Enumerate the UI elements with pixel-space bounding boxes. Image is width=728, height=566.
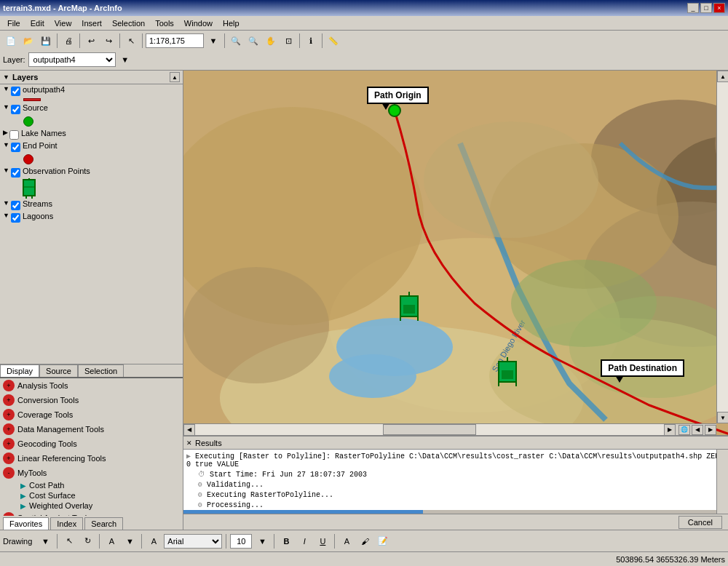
menu-view[interactable]: View [50,17,76,29]
tab-index[interactable]: Index [50,517,83,530]
undo-button[interactable]: ↩ [83,33,99,49]
vscroll-up[interactable]: ▲ [717,71,728,82]
tab-search[interactable]: Search [84,517,123,530]
italic-btn[interactable]: I [296,533,312,549]
layers-expand-icon[interactable]: ▼ [3,73,9,81]
checkbox-streams[interactable] [11,201,20,210]
svg-point-37 [389,105,400,116]
full-extent[interactable]: ⊡ [280,33,296,49]
scale-dropdown[interactable]: ▼ [205,33,221,49]
new-button[interactable]: 📄 [3,33,19,49]
menu-tools[interactable]: Tools [151,17,178,29]
identify-tool[interactable]: ℹ [303,33,319,49]
maximize-button[interactable]: □ [700,3,712,13]
checkbox-lagoons[interactable] [11,213,20,223]
layer-panel-tabs: Display Source Selection [0,364,183,377]
hscroll-right[interactable]: ▶ [664,424,676,436]
zoom-out[interactable]: 🔍 [245,33,261,49]
bottom-tabs: Favorites Index Search [0,516,183,530]
toolbox-item-weightedoverlay[interactable]: ▶ Weighted Overlay [17,501,183,511]
measure-tool[interactable]: 📏 [325,33,341,49]
highlight-btn[interactable]: 🖌 [357,533,373,549]
toolbox-item-analysis[interactable]: + Analysis Tools [0,378,183,393]
menu-file[interactable]: File [3,17,25,29]
map-container[interactable]: San Diego River [183,71,728,435]
scale-input[interactable] [146,33,204,48]
console-text-3: Validating... [207,481,264,489]
expand-obspoints[interactable]: ▼ [3,167,9,174]
tab-display[interactable]: Display [0,364,39,377]
expand-endpoint[interactable]: ▼ [3,141,9,148]
minimize-button[interactable]: _ [687,3,699,13]
toolbox-item-geocoding[interactable]: + Geocoding Tools [0,437,183,451]
layer-select[interactable]: outputpath4 [28,52,116,67]
pointer-tool[interactable]: ↖ [123,33,139,49]
font-size-dropdown[interactable]: ▼ [254,533,270,549]
menu-help[interactable]: Help [218,17,244,29]
expand-streams[interactable]: ▼ [3,199,9,207]
menu-edit[interactable]: Edit [26,17,49,29]
toolbox-item-datamanagement[interactable]: + Data Management Tools [0,422,183,437]
layer-dropdown-btn[interactable]: ▼ [117,52,133,68]
redo-button[interactable]: ↪ [100,33,116,49]
expand-outputpath4[interactable]: ▼ [3,85,9,92]
pan-tool[interactable]: ✋ [263,33,279,49]
toolbox-item-conversion[interactable]: + Conversion Tools [0,393,183,407]
font-select[interactable]: Arial [164,534,222,549]
vscroll-down[interactable]: ▼ [717,412,728,423]
open-button[interactable]: 📂 [20,33,36,49]
menu-selection[interactable]: Selection [108,17,149,29]
menu-insert[interactable]: Insert [77,17,106,29]
bold-btn[interactable]: B [278,533,294,549]
font-size-input[interactable] [230,534,252,549]
toolbox-item-costpath[interactable]: ▶ Cost Path [17,480,183,490]
toolbox-item-coverage[interactable]: + Coverage Tools [0,407,183,422]
text-color-btn[interactable]: A [339,533,355,549]
map-prev-btn[interactable]: ◀ [692,425,703,435]
print-button[interactable]: 🖨 [60,33,76,49]
menu-window[interactable]: Window [180,17,217,29]
hscroll-thumb[interactable] [383,424,477,435]
expand-source[interactable]: ▼ [3,103,9,111]
toolbox-item-mytools[interactable]: - MyTools [0,466,183,480]
underline-btn[interactable]: U [314,533,331,549]
cancel-button[interactable]: Cancel [678,516,722,529]
expand-lakenames[interactable]: ▶ [3,129,8,136]
map-vscrollbar[interactable]: ▲ ▼ [716,71,728,423]
rotate-btn[interactable]: ↻ [79,533,95,549]
expand-lagoons[interactable]: ▼ [3,212,9,219]
map-globe-btn[interactable]: 🌐 [678,425,690,435]
select-elements-btn[interactable]: ↖ [61,533,77,549]
title-bar: terrain3.mxd - ArcMap - ArcInfo _ □ × [0,0,728,16]
toolbox-item-linearref[interactable]: + Linear Referencing Tools [0,451,183,466]
text-dropdown[interactable]: ▼ [122,533,138,549]
symbol-obspoints [20,178,38,199]
checkbox-outputpath4[interactable] [11,87,20,96]
console-close-btn[interactable]: ✕ [186,439,192,447]
tab-selection[interactable]: Selection [78,364,124,377]
hscroll-left[interactable]: ◀ [183,424,195,436]
drawing-dropdown[interactable]: ▼ [37,533,53,549]
toolbox-label-coverage: Coverage Tools [17,410,73,419]
console-vscrollbar[interactable] [716,450,728,514]
save-button[interactable]: 💾 [38,33,54,49]
map-hscrollbar[interactable]: ◀ ▶ 🌐 ◀ ▶ [183,423,716,435]
line-color-btn[interactable]: 📝 [375,533,391,549]
map-next-btn[interactable]: ▶ [705,425,716,435]
toolbox-list: + Analysis Tools + Conversion Tools + Co… [0,378,183,516]
close-button[interactable]: × [713,3,725,13]
svg-rect-0 [23,180,35,196]
toolbox-item-costsurface[interactable]: ▶ Cost Surface [17,490,183,501]
layer-name-lagoons: Lagoons [23,212,53,220]
checkbox-lakenames[interactable] [9,130,19,140]
zoom-in[interactable]: 🔍 [228,33,244,49]
console-content[interactable]: ▶ Executing [Raster to Polyline]: Raster… [183,450,728,514]
text-btn[interactable]: A [103,533,119,549]
tab-favorites[interactable]: Favorites [3,517,49,530]
checkbox-endpoint[interactable] [11,143,20,152]
layers-scroll-up[interactable]: ▲ [170,72,180,82]
checkbox-obspoints[interactable] [11,168,20,178]
toolbox-item-spatialanalyst[interactable]: + Spatial Analyst Tools [0,511,183,516]
tab-source[interactable]: Source [39,364,78,377]
checkbox-source[interactable] [11,105,20,114]
